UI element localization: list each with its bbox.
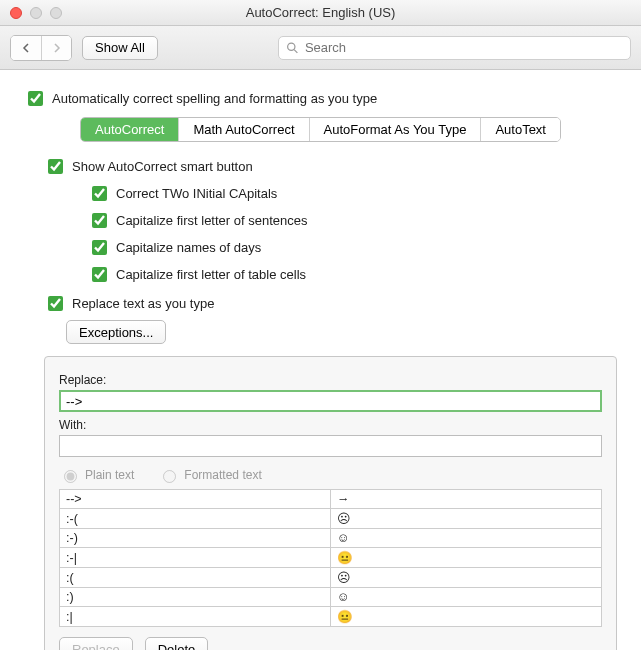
table-row[interactable]: :|😐	[60, 607, 602, 627]
replace-from-cell: :-)	[60, 529, 331, 548]
table-row[interactable]: :)☺	[60, 588, 602, 607]
auto-correct-typing-checkbox[interactable]	[28, 91, 43, 106]
zoom-window-icon	[50, 7, 62, 19]
cap-sentences-label: Capitalize first letter of sentences	[116, 213, 307, 228]
auto-correct-typing-label: Automatically correct spelling and forma…	[52, 91, 377, 106]
tab-autotext[interactable]: AutoText	[480, 118, 560, 141]
replace-from-cell: :|	[60, 607, 331, 627]
replace-panel: Replace: With: Plain text Formatted text…	[44, 356, 617, 650]
toolbar: Show All	[0, 26, 641, 70]
table-row[interactable]: -->→	[60, 490, 602, 509]
delete-button[interactable]: Delete	[145, 637, 209, 650]
plain-text-radio	[64, 470, 77, 483]
replace-as-type-checkbox[interactable]	[48, 296, 63, 311]
tabbar: AutoCorrect Math AutoCorrect AutoFormat …	[24, 117, 617, 142]
tab-autoformat-as-you-type[interactable]: AutoFormat As You Type	[309, 118, 481, 141]
formatted-text-radio	[163, 470, 176, 483]
replace-label: Replace:	[59, 373, 602, 387]
show-all-button[interactable]: Show All	[82, 36, 158, 60]
table-row[interactable]: :-|😐	[60, 548, 602, 568]
content: Automatically correct spelling and forma…	[0, 70, 641, 650]
replace-as-type-label: Replace text as you type	[72, 296, 214, 311]
nav-segment	[10, 35, 72, 61]
replacements-table[interactable]: -->→:-(☹:-)☺:-|😐:(☹:)☺:|😐	[59, 489, 602, 627]
smart-button-label: Show AutoCorrect smart button	[72, 159, 253, 174]
replace-to-cell: 😐	[331, 548, 602, 568]
chevron-right-icon	[52, 43, 62, 53]
two-initial-caps-checkbox[interactable]	[92, 186, 107, 201]
replace-to-cell: 😐	[331, 607, 602, 627]
plain-text-label: Plain text	[85, 468, 134, 482]
replace-from-cell: :-|	[60, 548, 331, 568]
tab-autocorrect[interactable]: AutoCorrect	[81, 118, 178, 141]
chevron-left-icon	[21, 43, 31, 53]
table-row[interactable]: :-(☹	[60, 509, 602, 529]
smart-button-checkbox[interactable]	[48, 159, 63, 174]
replace-to-cell: →	[331, 490, 602, 509]
back-button[interactable]	[11, 36, 41, 60]
svg-point-0	[288, 43, 295, 50]
minimize-window-icon	[30, 7, 42, 19]
replace-from-cell: -->	[60, 490, 331, 509]
titlebar: AutoCorrect: English (US)	[0, 0, 641, 26]
cap-days-label: Capitalize names of days	[116, 240, 261, 255]
search-icon	[286, 41, 299, 54]
replace-to-cell: ☺	[331, 529, 602, 548]
tab-group: AutoCorrect Math AutoCorrect AutoFormat …	[80, 117, 561, 142]
two-initial-caps-label: Correct TWo INitial CApitals	[116, 186, 277, 201]
with-label: With:	[59, 418, 602, 432]
formatted-text-label: Formatted text	[184, 468, 261, 482]
replace-from-cell: :(	[60, 568, 331, 588]
replace-to-cell: ☹	[331, 568, 602, 588]
cap-sentences-checkbox[interactable]	[92, 213, 107, 228]
replace-to-cell: ☹	[331, 509, 602, 529]
table-row[interactable]: :-)☺	[60, 529, 602, 548]
search-input[interactable]	[278, 36, 631, 60]
window-title: AutoCorrect: English (US)	[246, 5, 396, 20]
cap-table-cells-label: Capitalize first letter of table cells	[116, 267, 306, 282]
tab-math-autocorrect[interactable]: Math AutoCorrect	[178, 118, 308, 141]
replace-to-cell: ☺	[331, 588, 602, 607]
table-row[interactable]: :(☹	[60, 568, 602, 588]
exceptions-button[interactable]: Exceptions...	[66, 320, 166, 344]
replace-from-cell: :-(	[60, 509, 331, 529]
replace-input[interactable]	[59, 390, 602, 412]
svg-line-1	[294, 49, 297, 52]
replace-button: Replace	[59, 637, 133, 650]
cap-days-checkbox[interactable]	[92, 240, 107, 255]
cap-table-cells-checkbox[interactable]	[92, 267, 107, 282]
close-window-icon[interactable]	[10, 7, 22, 19]
forward-button[interactable]	[41, 36, 71, 60]
format-radios: Plain text Formatted text	[59, 467, 602, 483]
traffic-lights	[10, 7, 62, 19]
replace-from-cell: :)	[60, 588, 331, 607]
with-input[interactable]	[59, 435, 602, 457]
search-wrap	[278, 36, 631, 60]
